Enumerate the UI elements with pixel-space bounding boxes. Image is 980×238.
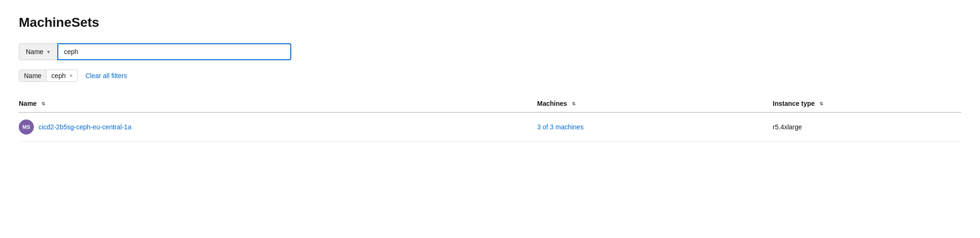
- filter-type-dropdown[interactable]: Name ▼: [19, 43, 57, 60]
- filter-type-label: Name: [26, 48, 43, 56]
- col-header-instance-type: Instance type ⇅: [773, 95, 961, 112]
- page-container: MachineSets Name ▼ Name ceph × Clear all…: [0, 0, 980, 238]
- machinesets-table: Name ⇅ Machines ⇅ Instance type ⇅ MS: [19, 95, 961, 142]
- sort-icon-instance-type[interactable]: ⇅: [819, 102, 823, 106]
- page-title: MachineSets: [19, 15, 961, 30]
- machineset-name: cicd2-2b5sg-ceph-eu-central-1a: [39, 123, 132, 131]
- chip-value-container: ceph ×: [47, 70, 77, 81]
- col-header-machines: Machines ⇅: [537, 95, 773, 112]
- chip-remove-button[interactable]: ×: [70, 72, 73, 79]
- search-bar: Name ▼: [19, 43, 291, 60]
- search-input[interactable]: [57, 43, 291, 60]
- cell-name: MS cicd2-2b5sg-ceph-eu-central-1a: [19, 112, 537, 142]
- active-filters-bar: Name ceph × Clear all filters: [19, 70, 961, 82]
- chip-value-text: ceph: [51, 72, 65, 79]
- machineset-link[interactable]: MS cicd2-2b5sg-ceph-eu-central-1a: [19, 119, 529, 135]
- chevron-down-icon: ▼: [46, 49, 51, 55]
- avatar: MS: [19, 119, 34, 135]
- machines-count-link[interactable]: 3 of 3 machines: [537, 123, 583, 131]
- table-row: MS cicd2-2b5sg-ceph-eu-central-1a 3 of 3…: [19, 112, 961, 142]
- sort-icon-name[interactable]: ⇅: [41, 102, 45, 106]
- sort-icon-machines[interactable]: ⇅: [572, 102, 576, 106]
- cell-instance-type: r5.4xlarge: [773, 112, 961, 142]
- cell-machines: 3 of 3 machines: [537, 112, 773, 142]
- filter-chip-name: Name ceph ×: [19, 70, 78, 82]
- chip-label: Name: [19, 70, 47, 81]
- col-header-name: Name ⇅: [19, 95, 537, 112]
- clear-all-filters-button[interactable]: Clear all filters: [86, 72, 127, 79]
- table-header-row: Name ⇅ Machines ⇅ Instance type ⇅: [19, 95, 961, 112]
